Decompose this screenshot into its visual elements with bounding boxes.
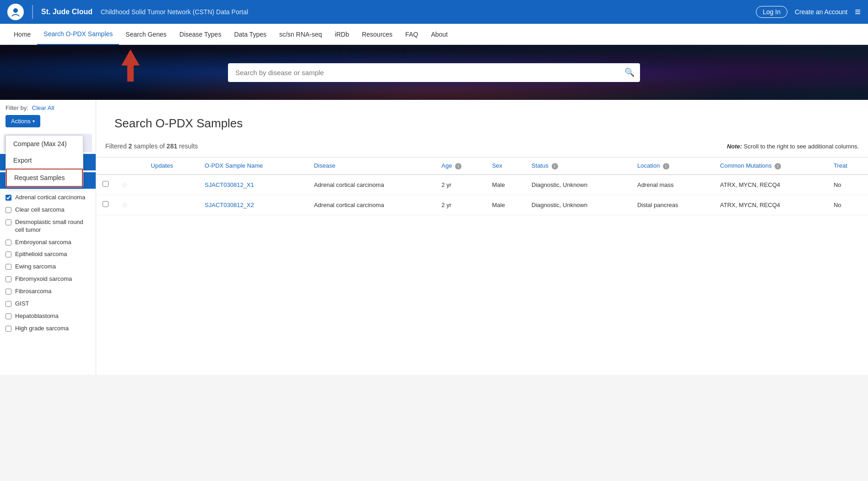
row-disease-1: Adrenal cortical carcinoma [308,195,435,215]
actions-compare-item[interactable]: Compare (Max 24) [6,136,83,152]
nav-faq[interactable]: FAQ [399,24,424,45]
app-title: St. Jude Cloud [41,8,92,16]
row-checkbox-1[interactable] [103,201,108,207]
actions-button[interactable]: Actions ▾ [5,115,40,127]
table-header-row: Updates O-PDX Sample Name Disease Age i … [96,158,868,175]
row-checkbox-0[interactable] [103,181,108,187]
nav-home[interactable]: Home [7,24,37,45]
col-treat[interactable]: Treat [827,158,868,175]
disease-filter-item-es: Embroyonal sarcoma [0,236,96,249]
page-content: Filter by: Clear All Actions ▾ Compare (… [0,100,868,375]
disease-label-highgrade[interactable]: High grade sarcoma [15,325,69,333]
results-count: 2 [129,142,132,150]
nav-data-types[interactable]: Data Types [228,24,273,45]
create-account-button[interactable]: Create an Account [795,8,847,16]
row-disease-0: Adrenal cortical carcinoma [308,175,435,195]
nav-about[interactable]: About [424,24,454,45]
actions-request-item[interactable]: Request Samples [6,169,83,187]
actions-caret-icon: ▾ [33,119,35,124]
col-disease[interactable]: Disease [308,158,435,175]
row-checkbox-cell-1 [96,195,115,215]
page-header-area: Search O-PDX Samples [96,100,868,135]
row-age-1: 2 yr [435,195,485,215]
disease-checkbox-ccs[interactable] [5,207,11,213]
sample-link-1[interactable]: SJACT030812_X2 [205,202,254,208]
row-age-0: 2 yr [435,175,485,195]
login-button[interactable]: Log In [756,6,787,18]
col-checkbox [96,158,115,175]
actions-dropdown: Compare (Max 24) Export Request Samples [5,135,83,187]
main-area: Search O-PDX Samples Filtered 2 samples … [96,100,868,375]
disease-label-eps[interactable]: Epithelioid sarcoma [15,251,67,258]
red-arrow-indicator [121,49,140,85]
logo-divider [32,5,33,19]
disease-checkbox-es[interactable] [5,240,11,246]
col-sex[interactable]: Sex [486,158,525,175]
disease-label-acc[interactable]: Adrenal cortical carcinoma [15,194,85,202]
filtered-label: Filtered [105,142,127,150]
disease-checkbox-gist[interactable] [5,301,11,307]
col-favorites [115,158,145,175]
disease-label-ccs[interactable]: Clear cell sarcoma [15,206,65,214]
disease-filter-item-ewing: Ewing sarcoma [0,261,96,273]
disease-filter-item-fibro: Fibrosarcoma [0,285,96,298]
row-location-1: Distal pancreas [631,195,714,215]
age-info-icon[interactable]: i [455,163,461,169]
row-star-icon-0[interactable]: ☆ [121,181,128,189]
row-location-0: Adrenal mass [631,175,714,195]
nav-irdb[interactable]: iRDb [328,24,355,45]
disease-label-fms[interactable]: Fibromyxoid sarcoma [15,275,72,283]
main-nav: Home Search O-PDX Samples Search Genes D… [0,24,868,45]
row-sex-1: Male [486,195,525,215]
clear-all-button[interactable]: Clear All [32,104,54,111]
status-info-icon[interactable]: i [552,163,558,169]
actions-export-item[interactable]: Export [6,152,83,169]
col-mutations[interactable]: Common Mutations i [714,158,827,175]
disease-filter-item-highgrade: High grade sarcoma [0,322,96,335]
location-info-icon[interactable]: i [663,163,669,169]
disease-label-gist[interactable]: GIST [15,300,29,308]
disease-checkbox-eps[interactable] [5,251,11,257]
hero-search-input[interactable] [228,63,640,82]
disease-label-hepato[interactable]: Hepatoblastoma [15,312,59,320]
nav-resources[interactable]: Resources [355,24,399,45]
row-sample-name-1: SJACT030812_X2 [198,195,308,215]
nav-sc-rna[interactable]: sc/sn RNA-seq [273,24,328,45]
disease-checkbox-acc[interactable] [5,195,11,201]
disease-label-fibro[interactable]: Fibrosarcoma [15,288,51,295]
disease-label-es[interactable]: Embroyonal sarcoma [15,239,71,246]
disease-filter-item-hepato: Hepatoblastoma [0,310,96,322]
disease-checkbox-dsrct[interactable] [5,219,11,225]
disease-checkbox-fms[interactable] [5,276,11,282]
disease-checkbox-fibro[interactable] [5,289,11,295]
col-sample-name[interactable]: O-PDX Sample Name [198,158,308,175]
top-bar-right: Log In Create an Account ≡ [756,6,861,18]
disease-label-dsrct[interactable]: Desmoplastic small round cell tumor [15,219,90,234]
disease-filter-item-eps: Epithelioid sarcoma [0,248,96,261]
logo-area: St. Jude Cloud Childhood Solid Tumor Net… [7,4,248,20]
row-star-icon-1[interactable]: ☆ [121,201,128,209]
col-status[interactable]: Status i [525,158,631,175]
disease-filter-item-dsrct: Desmoplastic small round cell tumor [0,216,96,236]
col-location[interactable]: Location i [631,158,714,175]
hero-search-icon[interactable]: 🔍 [624,67,635,77]
actions-label: Actions [11,118,31,125]
nav-search-opdx[interactable]: Search O-PDX Samples [37,24,119,45]
hero-section: 🔍 [0,45,868,100]
hero-search-container: 🔍 [228,63,640,82]
results-of-label: samples of [134,142,165,150]
disease-checkbox-highgrade[interactable] [5,326,11,332]
sample-link-0[interactable]: SJACT030812_X1 [205,181,254,188]
row-star-cell-0: ☆ [115,175,145,195]
nav-search-genes[interactable]: Search Genes [119,24,173,45]
disease-checkbox-hepato[interactable] [5,313,11,319]
disease-label-ewing[interactable]: Ewing sarcoma [15,263,56,271]
mutations-info-icon[interactable]: i [775,163,781,169]
results-total: 281 [167,142,177,150]
disease-checkbox-ewing[interactable] [5,264,11,270]
row-status-0: Diagnostic, Unknown [525,175,631,195]
hamburger-icon[interactable]: ≡ [855,6,861,18]
nav-disease-types[interactable]: Disease Types [173,24,228,45]
col-age[interactable]: Age i [435,158,485,175]
table-row: ☆ SJACT030812_X1 Adrenal cortical carcin… [96,175,868,195]
